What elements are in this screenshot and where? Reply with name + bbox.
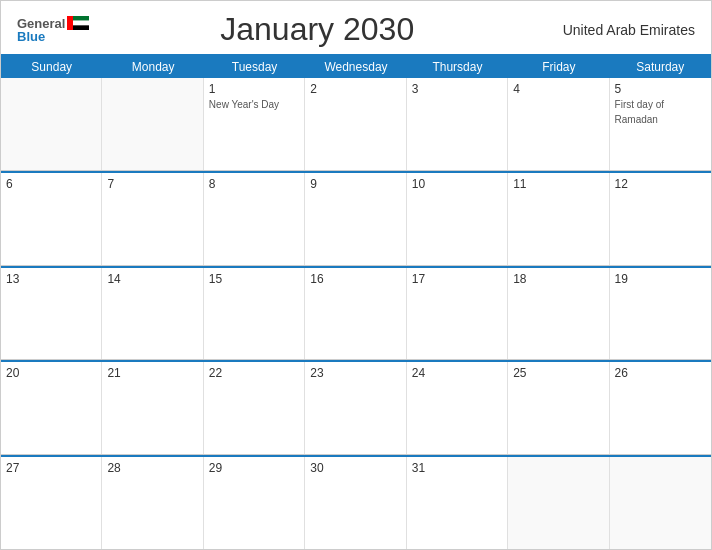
week-row-5: 2728293031 [1,455,711,549]
day-header-monday: Monday [102,56,203,78]
day-headers: SundayMondayTuesdayWednesdayThursdayFrid… [1,56,711,78]
day-cell: 20 [1,362,102,454]
day-header-friday: Friday [508,56,609,78]
day-number: 17 [412,272,502,286]
day-cell: 4 [508,78,609,170]
week-row-3: 13141516171819 [1,266,711,361]
day-cell: 8 [204,173,305,265]
day-number: 23 [310,366,400,380]
day-cell: 24 [407,362,508,454]
day-number: 21 [107,366,197,380]
day-cell: 18 [508,268,609,360]
day-cell [1,78,102,170]
day-number: 5 [615,82,706,96]
day-cell: 25 [508,362,609,454]
day-cell: 12 [610,173,711,265]
day-cell: 26 [610,362,711,454]
week-row-1: 1New Year's Day2345First day ofRamadan [1,78,711,171]
day-number: 3 [412,82,502,96]
day-cell: 16 [305,268,406,360]
day-cell: 6 [1,173,102,265]
day-header-tuesday: Tuesday [204,56,305,78]
logo-general-text: General [17,17,65,30]
event-text: First day of [615,98,706,111]
day-cell: 1New Year's Day [204,78,305,170]
day-header-sunday: Sunday [1,56,102,78]
event-text: New Year's Day [209,98,299,111]
day-cell [508,457,609,549]
day-number: 25 [513,366,603,380]
day-number: 31 [412,461,502,475]
week-row-2: 6789101112 [1,171,711,266]
day-cell: 23 [305,362,406,454]
day-number: 29 [209,461,299,475]
week-row-4: 20212223242526 [1,360,711,455]
day-cell: 9 [305,173,406,265]
day-cell: 19 [610,268,711,360]
day-cell: 11 [508,173,609,265]
day-number: 14 [107,272,197,286]
day-number: 8 [209,177,299,191]
day-cell: 2 [305,78,406,170]
day-number: 2 [310,82,400,96]
day-number: 18 [513,272,603,286]
day-cell: 17 [407,268,508,360]
day-number: 10 [412,177,502,191]
day-header-saturday: Saturday [610,56,711,78]
day-cell: 15 [204,268,305,360]
day-cell [610,457,711,549]
day-number: 19 [615,272,706,286]
day-number: 28 [107,461,197,475]
day-number: 24 [412,366,502,380]
calendar-grid: SundayMondayTuesdayWednesdayThursdayFrid… [1,54,711,549]
weeks: 1New Year's Day2345First day ofRamadan67… [1,78,711,549]
day-cell: 7 [102,173,203,265]
day-header-thursday: Thursday [407,56,508,78]
day-cell: 13 [1,268,102,360]
day-number: 30 [310,461,400,475]
day-number: 15 [209,272,299,286]
day-number: 27 [6,461,96,475]
day-number: 7 [107,177,197,191]
day-number: 4 [513,82,603,96]
day-cell: 27 [1,457,102,549]
day-cell [102,78,203,170]
day-cell: 30 [305,457,406,549]
day-number: 16 [310,272,400,286]
calendar-header: General Blue January 2030 United Arab Em… [1,1,711,54]
month-title: January 2030 [89,11,545,48]
day-cell: 5First day ofRamadan [610,78,711,170]
day-cell: 21 [102,362,203,454]
day-number: 26 [615,366,706,380]
day-number: 22 [209,366,299,380]
day-number: 1 [209,82,299,96]
day-cell: 31 [407,457,508,549]
logo-blue-text: Blue [17,30,45,43]
day-cell: 22 [204,362,305,454]
day-header-wednesday: Wednesday [305,56,406,78]
event-text: Ramadan [615,113,706,126]
logo-flag-icon [67,16,89,30]
day-number: 9 [310,177,400,191]
day-cell: 3 [407,78,508,170]
day-cell: 28 [102,457,203,549]
svg-rect-3 [67,16,73,30]
country-name: United Arab Emirates [545,22,695,38]
day-cell: 10 [407,173,508,265]
day-number: 6 [6,177,96,191]
calendar-container: General Blue January 2030 United Arab Em… [0,0,712,550]
day-cell: 29 [204,457,305,549]
day-number: 13 [6,272,96,286]
day-number: 12 [615,177,706,191]
day-cell: 14 [102,268,203,360]
day-number: 11 [513,177,603,191]
day-number: 20 [6,366,96,380]
logo: General Blue [17,16,89,43]
